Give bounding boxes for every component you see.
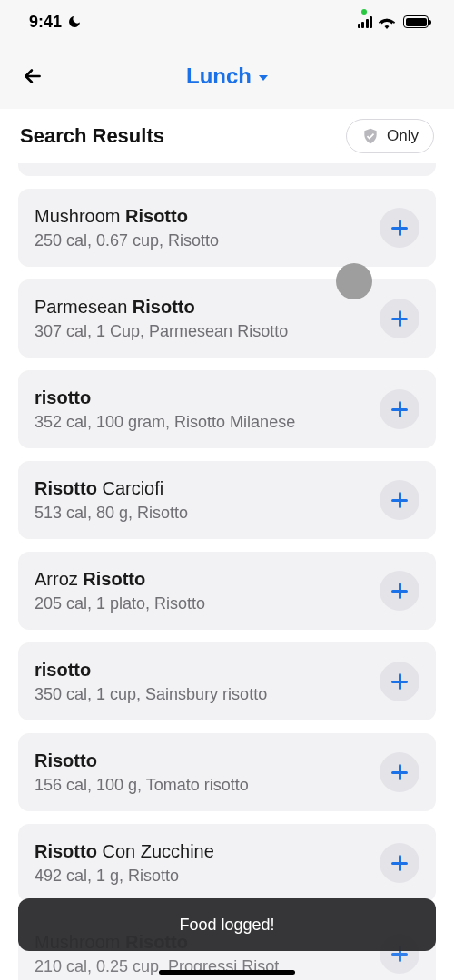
add-food-button[interactable]	[380, 843, 419, 883]
result-subtitle: 307 cal, 1 Cup, Parmesean Risotto	[35, 322, 369, 341]
result-text: Parmesean Risotto307 cal, 1 Cup, Parmese…	[35, 296, 369, 341]
result-item[interactable]: Arroz Risotto205 cal, 1 plato, Risotto	[18, 552, 436, 630]
result-item[interactable]: Parmesean Risotto307 cal, 1 Cup, Parmese…	[18, 279, 436, 358]
section-header: Search Results Only	[0, 109, 454, 163]
status-right	[358, 15, 429, 29]
result-text: risotto352 cal, 100 gram, Risotto Milane…	[35, 387, 369, 432]
add-food-button[interactable]	[380, 389, 419, 429]
status-bar: 9:41	[0, 0, 454, 44]
chevron-down-icon	[259, 75, 268, 81]
result-text: Risotto Carciofi513 cal, 80 g, Risotto	[35, 477, 369, 523]
touch-cursor	[336, 263, 372, 299]
section-title: Search Results	[20, 124, 164, 148]
result-title: Risotto	[35, 750, 369, 772]
result-item[interactable]: Risotto Carciofi513 cal, 80 g, Risotto	[18, 461, 436, 539]
add-food-button[interactable]	[380, 480, 419, 520]
partial-prev-card	[18, 163, 436, 176]
add-food-button[interactable]	[380, 299, 419, 338]
toast: Food logged!	[18, 898, 436, 951]
result-item[interactable]: Mushroom Risotto250 cal, 0.67 cup, Risot…	[18, 189, 436, 267]
result-text: risotto350 cal, 1 cup, Sainsbury risotto	[35, 659, 369, 704]
plus-icon	[390, 854, 409, 872]
plus-icon	[390, 309, 409, 328]
status-time: 9:41	[29, 13, 62, 32]
verified-shield-icon	[361, 127, 380, 145]
status-time-area: 9:41	[29, 13, 82, 32]
result-item[interactable]: Risotto156 cal, 100 g, Tomato risotto	[18, 733, 436, 811]
result-subtitle: 492 cal, 1 g, Risotto	[35, 867, 369, 886]
result-title: Parmesean Risotto	[35, 296, 369, 318]
result-subtitle: 352 cal, 100 gram, Risotto Milanese	[35, 413, 369, 432]
result-item[interactable]: risotto350 cal, 1 cup, Sainsbury risotto	[18, 642, 436, 720]
result-title: Risotto Carciofi	[35, 477, 369, 500]
add-food-button[interactable]	[380, 208, 419, 248]
plus-icon	[390, 400, 409, 418]
result-title: risotto	[35, 659, 369, 681]
result-title: risotto	[35, 387, 369, 409]
plus-icon	[390, 672, 409, 691]
result-text: Risotto156 cal, 100 g, Tomato risotto	[35, 750, 369, 795]
content: Search Results Only Mushroom Risotto250 …	[0, 109, 454, 980]
plus-icon	[390, 763, 409, 781]
add-food-button[interactable]	[380, 662, 419, 701]
plus-icon	[390, 219, 409, 237]
nav-bar: Lunch	[0, 44, 454, 109]
result-text: Arroz Risotto205 cal, 1 plato, Risotto	[35, 568, 369, 613]
do-not-disturb-icon	[67, 15, 82, 29]
result-subtitle: 156 cal, 100 g, Tomato risotto	[35, 776, 369, 795]
plus-icon	[390, 491, 409, 509]
add-food-button[interactable]	[380, 752, 419, 792]
back-arrow-icon	[21, 64, 44, 88]
cellular-signal-icon	[358, 16, 373, 28]
result-subtitle: 350 cal, 1 cup, Sainsbury risotto	[35, 685, 369, 704]
result-title: Arroz Risotto	[35, 568, 369, 591]
result-subtitle: 205 cal, 1 plato, Risotto	[35, 594, 369, 613]
toast-message: Food logged!	[179, 916, 274, 935]
verified-only-label: Only	[387, 127, 419, 145]
meal-selector[interactable]: Lunch	[186, 64, 268, 89]
result-title: Risotto Con Zucchine	[35, 840, 369, 863]
meal-selector-label: Lunch	[186, 64, 252, 89]
camera-privacy-indicator	[361, 9, 367, 15]
plus-icon	[390, 582, 409, 600]
result-text: Mushroom Risotto250 cal, 0.67 cup, Risot…	[35, 205, 369, 250]
wifi-icon	[378, 15, 396, 29]
result-text: Risotto Con Zucchine492 cal, 1 g, Risott…	[35, 840, 369, 886]
result-title: Mushroom Risotto	[35, 205, 369, 228]
verified-only-filter[interactable]: Only	[346, 119, 434, 153]
result-subtitle: 513 cal, 80 g, Risotto	[35, 504, 369, 523]
result-item[interactable]: risotto352 cal, 100 gram, Risotto Milane…	[18, 370, 436, 448]
battery-icon	[403, 15, 429, 28]
home-indicator[interactable]	[159, 970, 295, 975]
result-subtitle: 250 cal, 0.67 cup, Risotto	[35, 231, 369, 250]
back-button[interactable]	[18, 62, 47, 91]
results-list[interactable]: Mushroom Risotto250 cal, 0.67 cup, Risot…	[0, 163, 454, 980]
add-food-button[interactable]	[380, 571, 419, 611]
result-item[interactable]: Risotto Con Zucchine492 cal, 1 g, Risott…	[18, 824, 436, 902]
